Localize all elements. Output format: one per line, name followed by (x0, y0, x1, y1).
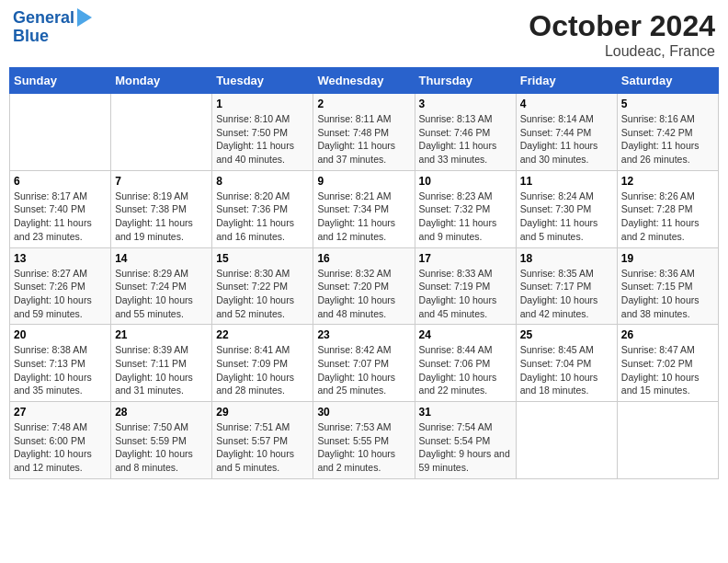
day-cell: 23Sunrise: 8:42 AM Sunset: 7:07 PM Dayli… (313, 325, 415, 402)
day-number: 31 (419, 406, 512, 419)
calendar-header-row: SundayMondayTuesdayWednesdayThursdayFrid… (10, 68, 719, 94)
header-saturday: Saturday (617, 68, 718, 94)
day-info: Sunrise: 8:44 AM Sunset: 7:06 PM Dayligh… (419, 343, 512, 397)
day-number: 14 (115, 252, 208, 265)
day-info: Sunrise: 8:29 AM Sunset: 7:24 PM Dayligh… (115, 267, 208, 321)
day-number: 10 (419, 175, 512, 188)
day-info: Sunrise: 8:24 AM Sunset: 7:30 PM Dayligh… (520, 190, 613, 244)
header-wednesday: Wednesday (313, 68, 415, 94)
day-cell: 8Sunrise: 8:20 AM Sunset: 7:36 PM Daylig… (212, 170, 313, 247)
day-info: Sunrise: 8:35 AM Sunset: 7:17 PM Dayligh… (520, 267, 613, 321)
day-cell: 30Sunrise: 7:53 AM Sunset: 5:55 PM Dayli… (313, 402, 415, 479)
day-cell: 6Sunrise: 8:17 AM Sunset: 7:40 PM Daylig… (10, 170, 111, 247)
day-cell: 4Sunrise: 8:14 AM Sunset: 7:44 PM Daylig… (516, 94, 617, 171)
day-info: Sunrise: 7:51 AM Sunset: 5:57 PM Dayligh… (216, 420, 309, 475)
day-cell: 31Sunrise: 7:54 AM Sunset: 5:54 PM Dayli… (415, 402, 516, 479)
day-number: 25 (520, 328, 613, 341)
day-cell: 1Sunrise: 8:10 AM Sunset: 7:50 PM Daylig… (212, 94, 313, 171)
day-info: Sunrise: 7:48 AM Sunset: 6:00 PM Dayligh… (14, 420, 107, 475)
day-info: Sunrise: 8:26 AM Sunset: 7:28 PM Dayligh… (621, 190, 714, 244)
header-friday: Friday (516, 68, 617, 94)
calendar-title: October 2024 (529, 9, 715, 43)
week-row-0: 1Sunrise: 8:10 AM Sunset: 7:50 PM Daylig… (10, 94, 719, 171)
day-info: Sunrise: 8:16 AM Sunset: 7:42 PM Dayligh… (621, 112, 714, 167)
day-number: 4 (520, 98, 613, 110)
day-cell: 2Sunrise: 8:11 AM Sunset: 7:48 PM Daylig… (313, 94, 415, 171)
day-info: Sunrise: 8:21 AM Sunset: 7:34 PM Dayligh… (317, 190, 410, 244)
day-number: 20 (14, 328, 107, 341)
week-row-3: 20Sunrise: 8:38 AM Sunset: 7:13 PM Dayli… (10, 325, 719, 402)
day-number: 9 (317, 175, 410, 188)
week-row-1: 6Sunrise: 8:17 AM Sunset: 7:40 PM Daylig… (10, 170, 719, 247)
day-number: 12 (621, 175, 714, 188)
day-number: 24 (419, 328, 512, 341)
day-info: Sunrise: 8:45 AM Sunset: 7:04 PM Dayligh… (520, 343, 613, 397)
day-number: 22 (216, 328, 309, 341)
day-cell (617, 402, 718, 479)
day-cell: 13Sunrise: 8:27 AM Sunset: 7:26 PM Dayli… (10, 247, 111, 325)
day-info: Sunrise: 8:27 AM Sunset: 7:26 PM Dayligh… (14, 267, 107, 321)
day-number: 5 (621, 98, 714, 110)
day-info: Sunrise: 8:47 AM Sunset: 7:02 PM Dayligh… (621, 343, 714, 397)
day-number: 30 (317, 406, 410, 419)
page-header: General Blue October 2024 Loudeac, Franc… (9, 9, 719, 60)
header-sunday: Sunday (10, 68, 111, 94)
day-cell: 28Sunrise: 7:50 AM Sunset: 5:59 PM Dayli… (111, 402, 212, 479)
day-cell: 29Sunrise: 7:51 AM Sunset: 5:57 PM Dayli… (212, 402, 313, 479)
day-cell: 20Sunrise: 8:38 AM Sunset: 7:13 PM Dayli… (10, 325, 111, 402)
header-thursday: Thursday (415, 68, 516, 94)
day-number: 29 (216, 406, 309, 419)
day-info: Sunrise: 8:10 AM Sunset: 7:50 PM Dayligh… (216, 112, 309, 167)
day-info: Sunrise: 8:20 AM Sunset: 7:36 PM Dayligh… (216, 190, 309, 244)
day-cell: 19Sunrise: 8:36 AM Sunset: 7:15 PM Dayli… (617, 247, 718, 325)
day-cell (516, 402, 617, 479)
day-cell: 25Sunrise: 8:45 AM Sunset: 7:04 PM Dayli… (516, 325, 617, 402)
day-number: 27 (14, 406, 107, 419)
day-number: 1 (216, 98, 309, 110)
day-info: Sunrise: 7:53 AM Sunset: 5:55 PM Dayligh… (317, 420, 410, 475)
day-number: 16 (317, 252, 410, 265)
logo-text: General (13, 9, 74, 28)
day-cell: 27Sunrise: 7:48 AM Sunset: 6:00 PM Dayli… (10, 402, 111, 479)
week-row-4: 27Sunrise: 7:48 AM Sunset: 6:00 PM Dayli… (10, 402, 719, 479)
day-number: 17 (419, 252, 512, 265)
day-cell: 14Sunrise: 8:29 AM Sunset: 7:24 PM Dayli… (111, 247, 212, 325)
day-cell: 7Sunrise: 8:19 AM Sunset: 7:38 PM Daylig… (111, 170, 212, 247)
day-info: Sunrise: 8:36 AM Sunset: 7:15 PM Dayligh… (621, 267, 714, 321)
week-row-2: 13Sunrise: 8:27 AM Sunset: 7:26 PM Dayli… (10, 247, 719, 325)
day-cell: 15Sunrise: 8:30 AM Sunset: 7:22 PM Dayli… (212, 247, 313, 325)
header-tuesday: Tuesday (212, 68, 313, 94)
day-cell: 17Sunrise: 8:33 AM Sunset: 7:19 PM Dayli… (415, 247, 516, 325)
day-number: 23 (317, 328, 410, 341)
day-info: Sunrise: 8:42 AM Sunset: 7:07 PM Dayligh… (317, 343, 410, 397)
day-number: 21 (115, 328, 208, 341)
day-info: Sunrise: 7:54 AM Sunset: 5:54 PM Dayligh… (419, 420, 512, 475)
day-number: 7 (115, 175, 208, 188)
day-number: 2 (317, 98, 410, 110)
day-number: 3 (419, 98, 512, 110)
day-cell: 9Sunrise: 8:21 AM Sunset: 7:34 PM Daylig… (313, 170, 415, 247)
day-info: Sunrise: 8:38 AM Sunset: 7:13 PM Dayligh… (14, 343, 107, 397)
day-cell: 11Sunrise: 8:24 AM Sunset: 7:30 PM Dayli… (516, 170, 617, 247)
day-cell: 16Sunrise: 8:32 AM Sunset: 7:20 PM Dayli… (313, 247, 415, 325)
day-info: Sunrise: 8:11 AM Sunset: 7:48 PM Dayligh… (317, 112, 410, 167)
day-cell: 12Sunrise: 8:26 AM Sunset: 7:28 PM Dayli… (617, 170, 718, 247)
logo-arrow-icon (77, 8, 92, 27)
day-number: 26 (621, 328, 714, 341)
day-info: Sunrise: 8:30 AM Sunset: 7:22 PM Dayligh… (216, 267, 309, 321)
title-block: October 2024 Loudeac, France (529, 9, 715, 60)
day-info: Sunrise: 8:23 AM Sunset: 7:32 PM Dayligh… (419, 190, 512, 244)
day-cell (111, 94, 212, 171)
logo: General Blue (13, 9, 92, 46)
header-monday: Monday (111, 68, 212, 94)
day-info: Sunrise: 7:50 AM Sunset: 5:59 PM Dayligh… (115, 420, 208, 475)
day-cell: 18Sunrise: 8:35 AM Sunset: 7:17 PM Dayli… (516, 247, 617, 325)
day-info: Sunrise: 8:33 AM Sunset: 7:19 PM Dayligh… (419, 267, 512, 321)
day-cell: 24Sunrise: 8:44 AM Sunset: 7:06 PM Dayli… (415, 325, 516, 402)
day-info: Sunrise: 8:19 AM Sunset: 7:38 PM Dayligh… (115, 190, 208, 244)
day-info: Sunrise: 8:13 AM Sunset: 7:46 PM Dayligh… (419, 112, 512, 167)
day-info: Sunrise: 8:32 AM Sunset: 7:20 PM Dayligh… (317, 267, 410, 321)
day-number: 28 (115, 406, 208, 419)
day-number: 18 (520, 252, 613, 265)
day-cell (10, 94, 111, 171)
